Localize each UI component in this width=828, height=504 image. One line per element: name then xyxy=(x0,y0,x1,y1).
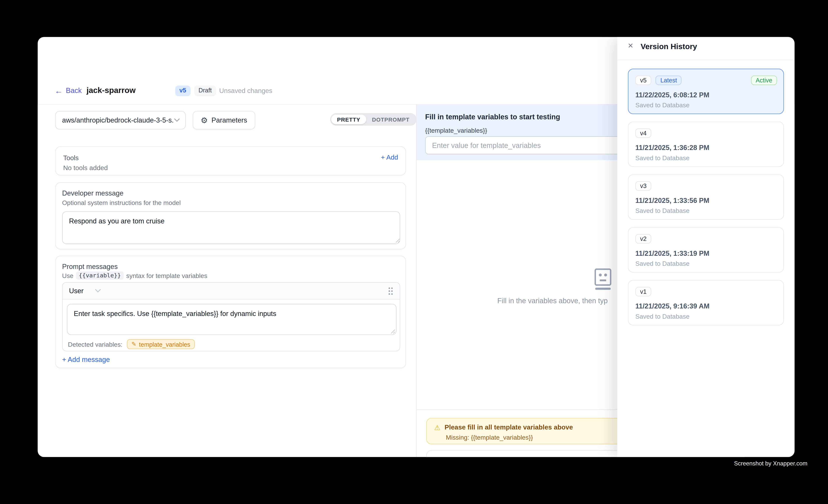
version-badges: v1 xyxy=(635,287,651,296)
version-date: 11/21/2025, 9:16:39 AM xyxy=(635,302,709,310)
version-date: 11/21/2025, 1:33:56 PM xyxy=(635,197,709,204)
add-tool-button[interactable]: + Add xyxy=(381,154,398,161)
version-badges: v3 xyxy=(635,181,651,191)
template-variables-heading: Fill in template variables to start test… xyxy=(425,113,560,121)
variable-syntax-chip: {{variable}} xyxy=(76,271,123,280)
version-history-title: Version History xyxy=(640,42,697,51)
version-date: 11/22/2025, 6:08:12 PM xyxy=(635,91,709,99)
detected-variables-label: Detected variables: xyxy=(68,340,123,348)
developer-message-input[interactable] xyxy=(62,211,400,244)
draft-badge: Draft xyxy=(194,86,216,96)
warning-title: Please fill in all template variables ab… xyxy=(445,424,573,431)
template-variable-chip[interactable]: ✎ template_variables xyxy=(127,339,195,349)
version-source: Saved to Database xyxy=(635,154,690,162)
version-badges: v2 xyxy=(635,234,651,244)
version-source: Saved to Database xyxy=(635,207,690,214)
editor-panel: aws/anthropic/bedrock-claude-3-5-s... ⚙ … xyxy=(38,104,416,457)
close-icon[interactable]: × xyxy=(628,41,633,50)
subtitle-prefix: Use xyxy=(62,272,73,279)
tools-empty-text: No tools added xyxy=(63,164,108,172)
version-badge: v5 xyxy=(175,86,191,96)
tools-title: Tools xyxy=(63,154,79,162)
prompt-messages-subtitle: Use {{variable}} syntax for template var… xyxy=(62,271,207,280)
model-select[interactable]: aws/anthropic/bedrock-claude-3-5-s... xyxy=(55,111,186,129)
version-date: 11/21/2025, 1:36:28 PM xyxy=(635,144,709,152)
watermark-text: Screenshot by Xnapper.com xyxy=(734,460,808,467)
version-list: v5 Latest Active 11/22/2025, 6:08:12 PM … xyxy=(628,69,784,325)
warning-missing-text: Missing: {{template_variables}} xyxy=(446,434,533,441)
back-label: Back xyxy=(66,87,82,94)
role-label: User xyxy=(69,287,84,295)
version-card-v4[interactable]: v4 11/21/2025, 1:36:28 PM Saved to Datab… xyxy=(628,122,784,167)
app-window: ← Back jack-sparrow v5 Draft Unsaved cha… xyxy=(38,37,794,457)
version-tag: v3 xyxy=(635,181,651,191)
user-message-input[interactable] xyxy=(67,304,397,335)
version-card-v5[interactable]: v5 Latest Active 11/22/2025, 6:08:12 PM … xyxy=(628,69,784,114)
version-tag: v4 xyxy=(635,128,651,138)
warning-row: ⚠ Please fill in all template variables … xyxy=(434,424,573,431)
toggle-pretty[interactable]: PRETTY xyxy=(331,115,366,124)
back-arrow-icon: ← xyxy=(55,87,63,94)
add-message-button[interactable]: + Add message xyxy=(62,355,110,364)
pencil-icon: ✎ xyxy=(131,341,136,348)
unsaved-changes-text: Unsaved changes xyxy=(219,87,272,94)
prompt-messages-title: Prompt messages xyxy=(62,262,118,270)
chevron-down-icon xyxy=(174,118,180,122)
version-card-v3[interactable]: v3 11/21/2025, 1:33:56 PM Saved to Datab… xyxy=(628,174,784,220)
version-tag: v1 xyxy=(635,287,651,296)
version-date: 11/21/2025, 1:33:19 PM xyxy=(635,249,709,257)
developer-message-title: Developer message xyxy=(62,189,123,197)
robot-icon xyxy=(593,268,613,293)
version-tag: v5 xyxy=(635,76,651,85)
empty-state-text: Fill in the variables above, then typ xyxy=(497,297,608,305)
version-source: Saved to Database xyxy=(635,260,690,267)
parameters-label: Parameters xyxy=(211,116,247,124)
variable-chip-label: template_variables xyxy=(139,341,190,347)
message-block: User Dete xyxy=(62,282,400,351)
template-variable-name: {{template_variables}} xyxy=(425,127,487,134)
version-history-divider xyxy=(617,60,794,60)
back-button[interactable]: ← Back xyxy=(55,87,82,94)
model-select-value: aws/anthropic/bedrock-claude-3-5-s... xyxy=(62,116,174,124)
gear-icon: ⚙ xyxy=(201,116,208,124)
version-tag: v2 xyxy=(635,234,651,244)
developer-message-subtitle: Optional system instructions for the mod… xyxy=(62,199,181,206)
developer-message-card: Developer message Optional system instru… xyxy=(55,182,406,249)
detected-variables-row: Detected variables: ✎ template_variables xyxy=(68,339,195,349)
version-source: Saved to Database xyxy=(635,101,690,109)
message-header: User xyxy=(63,283,400,300)
latest-badge: Latest xyxy=(656,76,682,85)
screenshot-stage: ← Back jack-sparrow v5 Draft Unsaved cha… xyxy=(0,0,828,504)
version-history-panel: × Version History v5 Latest Active 11/22… xyxy=(617,37,794,457)
version-card-v1[interactable]: v1 11/21/2025, 9:16:39 AM Saved to Datab… xyxy=(628,280,784,325)
subtitle-suffix: syntax for template variables xyxy=(126,272,207,279)
chevron-down-icon xyxy=(95,289,101,293)
version-source: Saved to Database xyxy=(635,313,690,320)
version-badges: v4 xyxy=(635,128,651,138)
toggle-dotprompt[interactable]: DOTPROMPT xyxy=(366,115,415,124)
tools-card: Tools + Add No tools added xyxy=(55,146,406,175)
page-title: jack-sparrow xyxy=(87,86,136,95)
prompt-messages-card: Prompt messages Use {{variable}} syntax … xyxy=(55,256,406,368)
version-badges: v5 Latest xyxy=(635,76,682,85)
parameters-button[interactable]: ⚙ Parameters xyxy=(193,111,255,129)
drag-handle-icon[interactable] xyxy=(388,287,393,295)
role-select[interactable]: User xyxy=(69,287,101,295)
warning-icon: ⚠ xyxy=(434,424,440,431)
view-mode-toggle: PRETTY DOTPROMPT xyxy=(330,113,416,126)
active-badge: Active xyxy=(751,76,777,85)
version-card-v2[interactable]: v2 11/21/2025, 1:33:19 PM Saved to Datab… xyxy=(628,227,784,272)
